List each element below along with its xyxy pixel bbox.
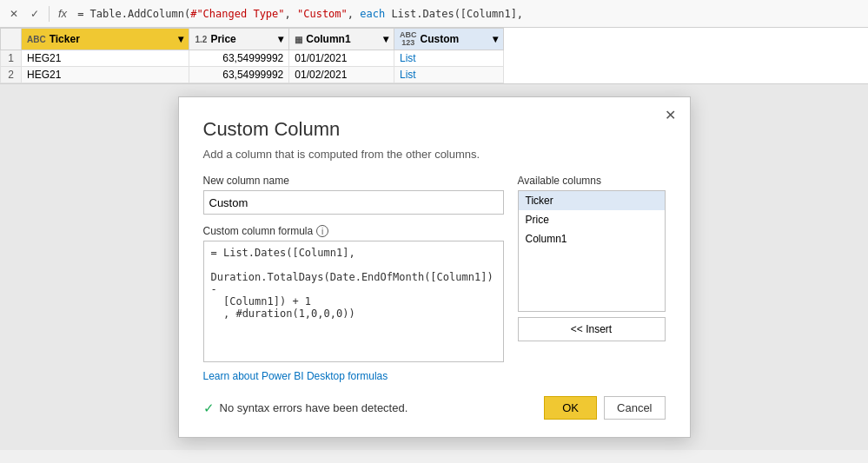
ticker-dropdown-icon[interactable]: ▾ [178, 33, 183, 45]
custom-column-header[interactable]: ABC123 Custom ▾ [394, 29, 503, 50]
column1-cell-1: 01/01/2021 [289, 50, 394, 67]
formula-link[interactable]: Learn about Power BI Desktop formulas [203, 370, 388, 382]
custom-column-dialog: ✕ Custom Column Add a column that is com… [178, 96, 691, 438]
main-area: ✕ Custom Column Add a column that is com… [0, 84, 868, 450]
dialog-close-button[interactable]: ✕ [660, 104, 681, 125]
dialog-body: New column name Custom column formula i … [203, 175, 666, 382]
column1-column-header[interactable]: ▦ Column1 ▾ [289, 29, 394, 50]
ticker-column-header[interactable]: ABC Ticker ▾ [22, 29, 189, 50]
custom-cell-2: List [394, 67, 503, 83]
row-num-2: 2 [1, 67, 22, 83]
ticker-type-icon: ABC [27, 35, 46, 44]
info-icon[interactable]: i [316, 225, 328, 237]
checkmark-icon[interactable]: ✓ [26, 5, 43, 23]
dialog-right-panel: Available columns Ticker Price Column1 <… [518, 175, 666, 382]
avail-item-ticker[interactable]: Ticker [519, 191, 665, 210]
avail-item-column1[interactable]: Column1 [519, 229, 665, 248]
dialog-subtitle: Add a column that is computed from the o… [203, 148, 666, 161]
data-table: ABC Ticker ▾ 1.2 Price ▾ ▦ Column1 [0, 28, 504, 83]
custom-type-icon: ABC123 [400, 31, 417, 47]
column1-col-label: Column1 [306, 33, 350, 45]
status-area: ✓ No syntax errors have been detected. [203, 400, 408, 416]
column1-type-icon: ▦ [295, 35, 302, 44]
insert-button[interactable]: << Insert [518, 317, 666, 341]
new-column-input[interactable] [203, 190, 504, 215]
price-dropdown-icon[interactable]: ▾ [278, 33, 283, 45]
formula-textarea[interactable]: = List.Dates([Column1], Duration.TotalDa… [203, 241, 504, 362]
ok-button[interactable]: OK [544, 396, 597, 420]
dialog-footer: ✓ No syntax errors have been detected. O… [203, 396, 666, 420]
price-type-icon: 1.2 [195, 35, 207, 44]
new-column-label: New column name [203, 175, 504, 187]
ticker-cell-1: HEG21 [22, 50, 189, 67]
avail-item-price[interactable]: Price [519, 210, 665, 229]
available-columns-list: Ticker Price Column1 [518, 190, 666, 312]
status-text: No syntax errors have been detected. [220, 401, 408, 414]
custom-col-label: Custom [420, 33, 459, 45]
cancel-button[interactable]: Cancel [604, 396, 665, 420]
price-column-header[interactable]: 1.2 Price ▾ [189, 29, 289, 50]
ticker-col-label: Ticker [50, 33, 80, 45]
formula-label-text: Custom column formula [203, 225, 314, 237]
price-cell-1: 63,54999992 [189, 50, 289, 67]
dialog-title: Custom Column [203, 118, 666, 141]
check-icon: ✓ [203, 400, 215, 416]
custom-dropdown-icon[interactable]: ▾ [493, 33, 498, 45]
row-num-header [1, 29, 22, 50]
formula-label: Custom column formula i [203, 225, 504, 237]
toolbar: ✕ ✓ fx = Table.AddColumn(#"Changed Type"… [0, 0, 868, 28]
row-num-1: 1 [1, 50, 22, 67]
dialog-left-panel: New column name Custom column formula i … [203, 175, 504, 382]
column1-cell-2: 01/02/2021 [289, 67, 394, 83]
fx-label: fx [58, 7, 67, 20]
price-cell-2: 63,54999992 [189, 67, 289, 83]
table-row: 2 HEG21 63,54999992 01/02/2021 List [1, 67, 504, 83]
price-col-label: Price [210, 33, 235, 45]
list-link-2[interactable]: List [400, 69, 416, 81]
footer-buttons: OK Cancel [544, 396, 665, 420]
column1-dropdown-icon[interactable]: ▾ [383, 33, 388, 45]
modal-overlay: ✕ Custom Column Add a column that is com… [0, 84, 868, 450]
cancel-icon[interactable]: ✕ [5, 5, 23, 23]
ticker-cell-2: HEG21 [22, 67, 189, 83]
custom-cell-1: List [394, 50, 503, 67]
divider [49, 6, 50, 22]
data-table-container: ABC Ticker ▾ 1.2 Price ▾ ▦ Column1 [0, 28, 868, 84]
table-row: 1 HEG21 63,54999992 01/01/2021 List [1, 50, 504, 67]
available-columns-label: Available columns [518, 175, 666, 187]
formula-bar: = Table.AddColumn(#"Changed Type", "Cust… [74, 6, 863, 22]
list-link-1[interactable]: List [400, 52, 416, 64]
